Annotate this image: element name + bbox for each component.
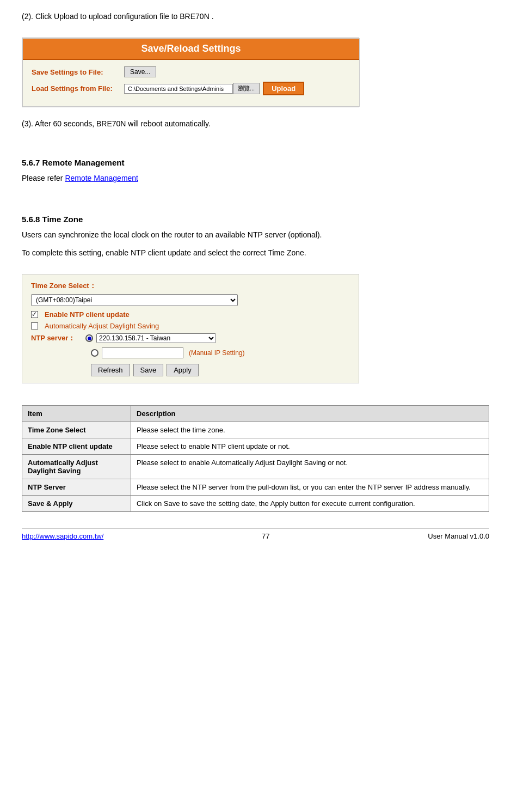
table-item-2: Automatically Adjust Daylight Saving [22, 455, 131, 479]
ntp-server-select[interactable]: 220.130.158.71 - Taiwan [96, 333, 216, 343]
table-desc-0: Please select the time zone. [131, 422, 489, 438]
load-label: Load Settings from File: [32, 84, 124, 93]
save-settings-row: Save Settings to File: Save... [32, 66, 350, 77]
ntp-manual-row: (Manual IP Setting) [91, 347, 350, 358]
table-row: Automatically Adjust Daylight SavingPlea… [22, 455, 489, 479]
refer-line: Please refer Remote Management [22, 173, 489, 184]
table-item-1: Enable NTP client update [22, 438, 131, 455]
table-row: Enable NTP client updatePlease select to… [22, 438, 489, 455]
auto-adjust-checkbox[interactable] [31, 322, 38, 329]
ntp-server-radio-selected[interactable] [85, 334, 93, 342]
step2-text: (2). Click Upload to upload configuratio… [22, 11, 489, 22]
table-desc-4: Click on Save to save the setting date, … [131, 496, 489, 512]
section-568-desc2: To complete this setting, enable NTP cli… [22, 247, 489, 259]
table-row: NTP ServerPlease select the NTP server f… [22, 479, 489, 496]
col-item: Item [22, 406, 131, 422]
page-footer: http://www.sapido.com.tw/ 77 User Manual… [22, 528, 489, 540]
save-reload-box: Save/Reload Settings Save Settings to Fi… [22, 38, 360, 107]
table-desc-1: Please select to enable NTP client updat… [131, 438, 489, 455]
refresh-button[interactable]: Refresh [91, 364, 130, 376]
ntp-server-row: NTP server： 220.130.158.71 - Taiwan [31, 333, 350, 343]
timezone-screenshot: Time Zone Select： (GMT+08:00)Taipei Enab… [22, 274, 359, 383]
section-568-heading: 5.6.8 Time Zone [22, 215, 489, 224]
info-table: Item Description Time Zone SelectPlease … [22, 405, 489, 512]
remote-management-link[interactable]: Remote Management [65, 174, 138, 182]
enable-ntp-label: Enable NTP client update [45, 310, 130, 319]
page-number: 77 [262, 532, 269, 540]
timezone-select[interactable]: (GMT+08:00)Taipei [31, 294, 238, 306]
table-row: Save & ApplyClick on Save to save the se… [22, 496, 489, 512]
section-568-desc1: Users can synchronize the local clock on… [22, 229, 489, 241]
save-button[interactable]: Save [133, 364, 164, 376]
save-button[interactable]: Save... [124, 66, 156, 77]
ntp-manual-input[interactable] [102, 347, 183, 358]
section-567-heading: 5.6.7 Remote Management [22, 158, 489, 167]
ntp-server-label: NTP server： [31, 333, 85, 343]
footer-link[interactable]: http://www.sapido.com.tw/ [22, 532, 103, 540]
upload-button[interactable]: Upload [263, 82, 304, 95]
tz-select-row: (GMT+08:00)Taipei [31, 294, 350, 306]
table-item-4: Save & Apply [22, 496, 131, 512]
auto-adjust-row: Automatically Adjust Daylight Saving [31, 322, 350, 330]
ntp-manual-radio[interactable] [91, 349, 98, 357]
apply-button[interactable]: Apply [167, 364, 199, 376]
file-path-display: C:\Documents and Settings\Adminis [124, 84, 233, 94]
save-label: Save Settings to File: [32, 68, 124, 76]
ntp-manual-label: (Manual IP Setting) [189, 349, 245, 357]
table-desc-2: Please select to enable Automatically Ad… [131, 455, 489, 479]
table-desc-3: Please select the NTP server from the pu… [131, 479, 489, 496]
table-item-3: NTP Server [22, 479, 131, 496]
save-reload-screenshot: Save/Reload Settings Save Settings to Fi… [22, 38, 359, 107]
enable-ntp-row: Enable NTP client update [31, 310, 350, 319]
tz-select-label: Time Zone Select： [31, 281, 350, 291]
table-item-0: Time Zone Select [22, 422, 131, 438]
auto-adjust-label: Automatically Adjust Daylight Saving [45, 322, 159, 330]
tz-button-row: Refresh Save Apply [91, 364, 350, 376]
enable-ntp-checkbox[interactable] [31, 311, 38, 318]
load-settings-row: Load Settings from File: C:\Documents an… [32, 82, 350, 95]
table-row: Time Zone SelectPlease select the time z… [22, 422, 489, 438]
step3-text: (3). After 60 seconds, BRE70N will reboo… [22, 118, 489, 130]
version-text: User Manual v1.0.0 [428, 532, 489, 540]
browse-button[interactable]: 瀏覽... [233, 83, 260, 94]
col-description: Description [131, 406, 489, 422]
save-reload-header: Save/Reload Settings [23, 39, 359, 60]
